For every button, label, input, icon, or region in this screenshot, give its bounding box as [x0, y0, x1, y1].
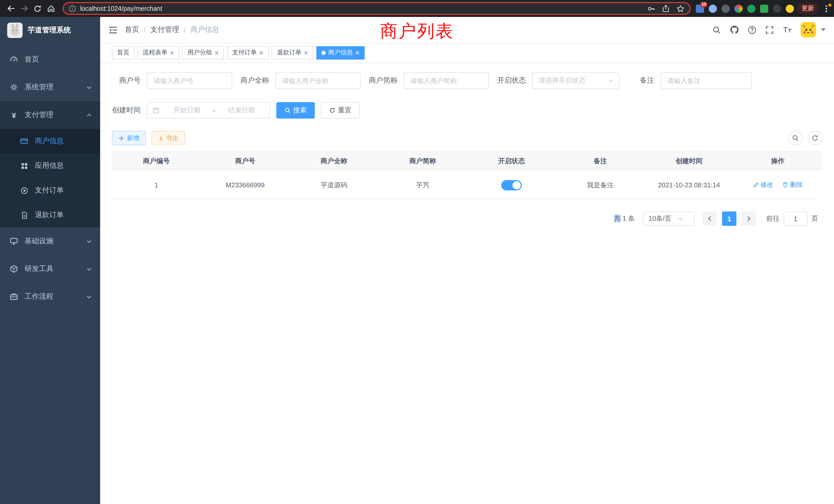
cell-status — [467, 170, 556, 200]
refresh-table-button[interactable] — [808, 131, 822, 145]
browser-home-icon[interactable] — [44, 2, 58, 15]
chevron-down-icon — [86, 266, 92, 272]
search-button[interactable]: 搜索 — [276, 102, 315, 118]
extension-icon[interactable] — [709, 4, 717, 13]
bookmark-star-icon[interactable] — [676, 4, 684, 13]
next-page-button[interactable] — [742, 211, 756, 226]
screen: localhost:1024/pay/merchant 10 更新 — [0, 0, 834, 504]
search-icon[interactable] — [712, 25, 721, 34]
fullscreen-icon[interactable] — [765, 25, 774, 34]
extension-icon[interactable]: 10 — [696, 4, 704, 13]
sidebar-item-merchant-info[interactable]: 商户信息 — [0, 129, 100, 154]
chevron-down-icon — [86, 294, 92, 299]
close-icon[interactable] — [170, 50, 174, 55]
cell-remark: 我是备注 — [556, 170, 645, 200]
sidebar-item-payment[interactable]: ¥ 支付管理 — [0, 101, 100, 129]
font-size-icon[interactable] — [783, 26, 792, 34]
create-time-range-picker[interactable]: 开始日期 - 结束日期 — [147, 102, 270, 118]
export-button[interactable]: 导出 — [152, 131, 185, 145]
filter-row-1: 商户号 商户全称 商户简称 开启状态 请选择开启状态 备注 — [112, 72, 822, 89]
sidebar-fold-icon[interactable] — [108, 26, 117, 33]
status-toggle[interactable] — [501, 180, 522, 190]
document-icon — [20, 211, 29, 219]
delete-link-label: 删除 — [790, 181, 803, 189]
pencil-icon — [753, 182, 759, 188]
remark-input[interactable] — [660, 72, 752, 89]
status-select[interactable]: 请选择开启状态 — [532, 72, 619, 89]
add-button[interactable]: 新增 — [112, 131, 146, 145]
tab-refund-order[interactable]: 退款订单 — [272, 46, 313, 59]
breadcrumb-payment[interactable]: 支付管理 — [151, 25, 179, 35]
total-prefix: 共 — [614, 214, 621, 222]
github-icon[interactable] — [730, 25, 739, 35]
close-icon[interactable] — [259, 50, 263, 55]
sidebar-item-workflow[interactable]: 工作流程 — [0, 283, 100, 311]
goto-page-input[interactable] — [784, 211, 807, 226]
edit-link[interactable]: 修改 — [753, 181, 773, 189]
column-header: 商户简称 — [378, 152, 467, 170]
sidebar-item-label: 系统管理 — [25, 83, 53, 92]
browser-reload-icon[interactable] — [31, 2, 44, 15]
browser-extensions: 10 — [696, 4, 794, 13]
tab-merchant-info[interactable]: 商户信息 — [316, 46, 365, 59]
reset-button[interactable]: 重置 — [321, 102, 359, 118]
app-title: 芋道管理系统 — [28, 26, 71, 35]
browser-menu-icon[interactable] — [823, 4, 830, 13]
prev-page-button[interactable] — [703, 211, 717, 226]
merchant-table: 商户编号 商户号 商户全称 商户简称 开启状态 备注 创建时间 操作 1 — [112, 152, 822, 200]
full-name-input[interactable] — [275, 72, 360, 89]
sidebar-item-pay-order[interactable]: 支付订单 — [0, 178, 100, 203]
share-icon[interactable] — [662, 5, 670, 12]
close-icon[interactable] — [355, 50, 359, 55]
credit-card-icon — [20, 137, 29, 145]
close-icon[interactable] — [304, 50, 308, 55]
page-size-select[interactable]: 10条/页 — [643, 211, 694, 226]
column-header: 商户编号 — [112, 152, 201, 170]
extension-icon[interactable] — [760, 4, 768, 13]
extension-icon[interactable] — [734, 4, 743, 13]
tab-pay-order[interactable]: 支付订单 — [227, 46, 269, 59]
tab-process-form[interactable]: 流程表单 — [138, 46, 179, 59]
page-info-icon[interactable] — [69, 5, 76, 12]
close-icon[interactable] — [215, 50, 219, 55]
tab-home[interactable]: 首页 — [112, 46, 135, 59]
table-header-row: 商户编号 商户号 商户全称 商户简称 开启状态 备注 创建时间 操作 — [112, 152, 822, 170]
extension-icon[interactable] — [773, 4, 781, 13]
sidebar-item-label: 支付管理 — [25, 110, 53, 120]
toggle-search-button[interactable] — [788, 131, 803, 145]
sidebar-item-refund-order[interactable]: 退款订单 — [0, 203, 100, 227]
monitor-icon — [9, 237, 19, 245]
page-content: 商户号 商户全称 商户简称 开启状态 请选择开启状态 备注 — [100, 72, 834, 226]
profile-avatar-icon[interactable] — [786, 4, 794, 13]
extension-icon[interactable] — [722, 4, 730, 13]
breadcrumb: 首页 / 支付管理 / 商户信息 — [125, 25, 219, 35]
user-avatar[interactable] — [800, 22, 816, 38]
column-header: 创建时间 — [645, 152, 733, 170]
table-toolbar: 新增 导出 — [112, 131, 822, 145]
sidebar-item-system[interactable]: 系统管理 — [0, 73, 100, 101]
refresh-icon — [329, 107, 335, 113]
avatar-caret-icon[interactable] — [821, 28, 826, 31]
address-bar[interactable]: localhost:1024/pay/merchant — [63, 2, 691, 15]
delete-link[interactable]: 删除 — [783, 181, 803, 189]
page-number-button[interactable]: 1 — [722, 211, 737, 226]
tab-user-group[interactable]: 用户分组 — [182, 46, 224, 59]
browser-update-button[interactable]: 更新 — [797, 3, 818, 14]
sidebar-item-app-info[interactable]: 应用信息 — [0, 154, 100, 178]
help-icon[interactable] — [748, 25, 756, 34]
browser-back-icon[interactable] — [4, 2, 18, 15]
breadcrumb-home[interactable]: 首页 — [125, 25, 139, 35]
sidebar-item-label: 支付订单 — [35, 186, 64, 195]
sidebar-item-infrastructure[interactable]: 基础设施 — [0, 227, 100, 255]
browser-forward-icon[interactable] — [18, 2, 31, 15]
merchant-no-input[interactable] — [147, 72, 232, 89]
sidebar-item-home[interactable]: 首页 — [0, 46, 100, 73]
short-name-input[interactable] — [404, 72, 489, 89]
password-key-icon[interactable] — [647, 4, 655, 13]
browser-chrome: localhost:1024/pay/merchant 10 更新 — [0, 0, 834, 17]
extension-icon[interactable] — [747, 4, 755, 13]
app-logo[interactable]: 芋道管理系统 — [0, 17, 100, 44]
sidebar-item-dev-tools[interactable]: 研发工具 — [0, 255, 100, 283]
cell-full-name: 芋道源码 — [290, 170, 378, 200]
breadcrumb-separator: / — [144, 26, 146, 34]
